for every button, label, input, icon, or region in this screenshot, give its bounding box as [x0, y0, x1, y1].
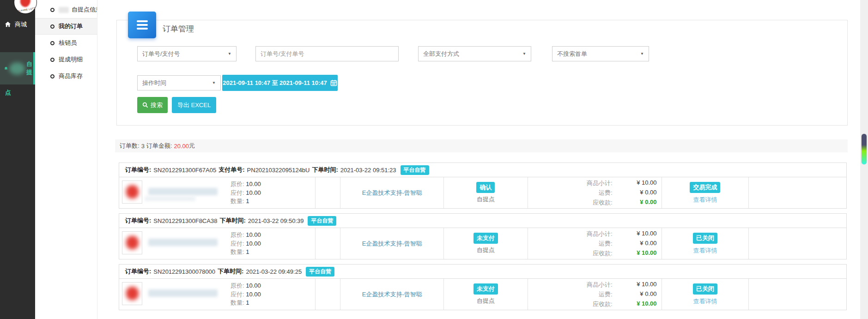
buyer-cell[interactable]: E企盈技术支持-曾智聪	[340, 228, 444, 259]
confirm-button[interactable]: 确认	[476, 182, 495, 193]
calendar-icon	[330, 79, 337, 86]
order-amount-label: 订单金额:	[146, 142, 172, 150]
search-icon	[142, 102, 148, 108]
subtotal-label: 商品小计:	[528, 230, 613, 238]
redacted-product-image	[126, 236, 139, 249]
order-time-value: 2021-03-22 09:50:39	[248, 217, 304, 224]
product-cell: 原价: 10.00 应付: 10.00 数量: 1	[119, 279, 316, 310]
orig-price-value: 10.00	[246, 181, 261, 187]
qty-label: 数量:	[231, 198, 244, 205]
sidebar-item-label: 自提点信息	[72, 6, 97, 14]
pay-no-label: 支付单号:	[219, 166, 244, 174]
platform-badge: 平台自营	[308, 216, 336, 226]
redacted-product-name	[148, 289, 218, 297]
radio-circle-icon	[50, 41, 55, 45]
pay-status-badge: 未支付	[473, 283, 498, 295]
sidebar-item-label: 我的订单	[59, 22, 83, 30]
radio-circle-icon	[50, 24, 55, 29]
view-detail-link[interactable]: 查看详情	[693, 247, 717, 255]
product-thumbnail	[122, 231, 142, 254]
sidebar-item-pickup-info[interactable]: 自提点信息	[35, 1, 97, 18]
sidebar-item-label: 核销员	[59, 39, 77, 47]
view-detail-link[interactable]: 查看详情	[693, 297, 717, 306]
order-row: 原价: 10.00 应付: 10.00 数量: 1 E企盈技术支持-曾智聪 确认…	[119, 177, 846, 208]
sidebar-item-mall[interactable]: 商城	[5, 18, 27, 30]
redacted-product-image	[126, 287, 139, 300]
first-order-value: 不搜索首单	[557, 50, 587, 58]
scrollbar-thumb[interactable]	[861, 133, 867, 165]
sidebar-item-pickup-active[interactable]: 自提	[0, 52, 35, 84]
first-order-select[interactable]: 不搜索首单 ▼	[552, 46, 649, 61]
filter-panel	[116, 20, 848, 126]
order-block: 订单编号: SN2012291300F67A05 支付单号: PN2021032…	[119, 163, 847, 209]
sidebar-item-label: 提成明细	[59, 55, 83, 64]
redacted-product-name	[148, 239, 218, 246]
sidebar-item-verifier[interactable]: 核销员	[35, 35, 97, 51]
status-cell: 已关闭 查看详情	[662, 279, 749, 310]
buyer-name: E企盈技术支持-曾智聪	[362, 290, 422, 299]
receivable-label: 应收款:	[528, 199, 613, 207]
order-time-value: 2021-03-22 09:49:25	[246, 268, 302, 275]
amounts-cell: 商品小计:¥ 10.00 运费:¥ 0.00 应收款:¥ 0.00	[528, 177, 662, 208]
radio-circle-icon	[50, 8, 55, 12]
view-detail-link[interactable]: 查看详情	[693, 196, 717, 204]
time-type-value: 操作时间	[142, 79, 166, 87]
home-icon	[5, 21, 11, 28]
order-count-value: 3	[141, 143, 145, 150]
chevron-down-icon: ▼	[522, 52, 526, 56]
buyer-cell[interactable]: E企盈技术支持-曾智聪	[340, 279, 444, 310]
sidebar-item-pickup-label: 自提	[26, 60, 33, 77]
date-range-button[interactable]: 2021-09-11 10:47 至 2021-09-11 10:47	[222, 75, 338, 91]
qty-label: 数量:	[231, 248, 244, 255]
empty-cell	[749, 228, 846, 259]
order-block: 订单编号: SN2012291300078000 下单时间: 2021-03-2…	[119, 264, 847, 310]
redacted-store-name	[9, 62, 25, 75]
redacted-product-name	[148, 188, 218, 195]
order-header: 订单编号: SN2012291300F67A05 支付单号: PN2021032…	[119, 163, 846, 177]
redacted-product-image	[126, 185, 139, 199]
shipping-value: ¥ 0.00	[613, 240, 657, 248]
search-button[interactable]: 搜索	[137, 97, 168, 113]
radio-circle-icon	[50, 58, 55, 62]
buyer-name: E企盈技术支持-曾智聪	[362, 240, 422, 248]
chevron-down-icon: ▼	[212, 81, 216, 85]
order-no-label: 订单编号:	[125, 166, 151, 174]
menu-toggle-button[interactable]	[128, 12, 156, 38]
time-type-select[interactable]: 操作时间 ▼	[137, 75, 221, 90]
redacted-prefix	[59, 7, 69, 13]
product-thumbnail	[122, 282, 142, 305]
order-header: 订单编号: SN2012291300F8CA38 下单时间: 2021-03-2…	[119, 214, 846, 228]
qty-value: 1	[246, 248, 249, 255]
buyer-name: E企盈技术支持-曾智聪	[362, 189, 422, 197]
export-excel-button[interactable]: 导出 EXCEL	[172, 97, 216, 113]
order-row: 原价: 10.00 应付: 10.00 数量: 1 E企盈技术支持-曾智聪 未支…	[119, 279, 846, 310]
qty-value: 1	[246, 299, 249, 306]
sidebar-item-mall-label: 商城	[15, 20, 27, 29]
product-cell: 原价: 10.00 应付: 10.00 数量: 1	[119, 177, 316, 208]
sidebar-item-commission-detail[interactable]: 提成明细	[35, 51, 97, 68]
spacer-cell	[316, 177, 340, 208]
sidebar-item-label: 商品库存	[59, 72, 83, 80]
search-button-label: 搜索	[151, 101, 163, 109]
qty-value: 1	[246, 198, 249, 205]
keyword-input[interactable]	[255, 46, 399, 61]
order-time-label: 下单时间:	[312, 166, 338, 174]
order-status-badge: 已关闭	[693, 283, 717, 295]
subtotal-label: 商品小计:	[528, 179, 613, 187]
sidebar-item-product-stock[interactable]: 商品库存	[35, 68, 97, 84]
chevron-down-icon: ▼	[640, 52, 644, 56]
pay-price-label: 应付:	[231, 291, 244, 298]
order-block: 订单编号: SN2012291300F8CA38 下单时间: 2021-03-2…	[119, 213, 847, 259]
status-cell: 已关闭 查看详情	[662, 228, 749, 259]
pay-method-value: 全部支付方式	[423, 50, 459, 58]
shipping-label: 运费:	[528, 189, 613, 197]
buyer-cell[interactable]: E企盈技术支持-曾智聪	[340, 177, 444, 208]
pay-method-select[interactable]: 全部支付方式 ▼	[418, 46, 531, 61]
receivable-value: ¥ 0.00	[613, 199, 657, 207]
pay-price-label: 应付:	[231, 240, 244, 247]
order-time-label: 下单时间:	[218, 267, 243, 276]
search-type-select[interactable]: 订单号/支付号 ▼	[137, 46, 237, 61]
sidebar-item-my-orders[interactable]: 我的订单	[35, 18, 97, 35]
price-info: 原价: 10.00 应付: 10.00 数量: 1	[231, 282, 261, 307]
orig-price-label: 原价:	[231, 282, 244, 289]
